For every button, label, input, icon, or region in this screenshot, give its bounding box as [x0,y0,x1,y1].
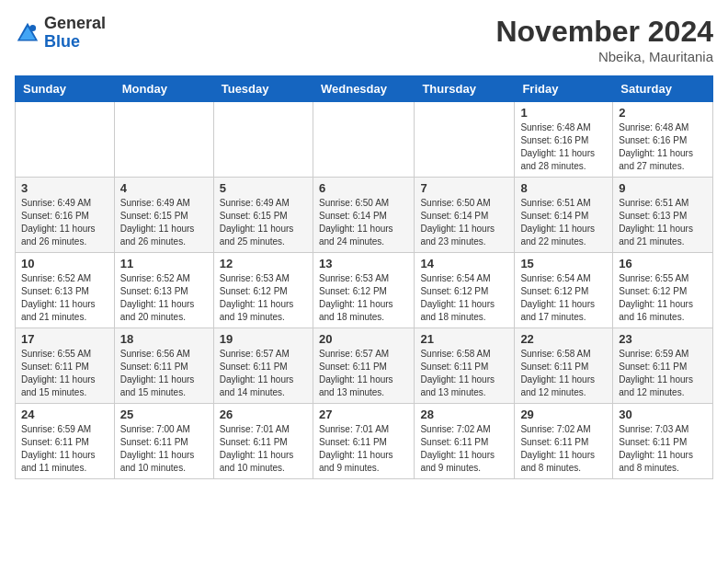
day-info: Sunrise: 7:00 AM Sunset: 6:11 PM Dayligh… [120,423,208,475]
day-number: 28 [420,408,508,421]
day-number: 19 [220,332,307,346]
calendar-cell: 22Sunrise: 6:58 AM Sunset: 6:11 PM Dayli… [515,328,613,404]
calendar-cell: 24Sunrise: 6:59 AM Sunset: 6:11 PM Dayli… [16,404,115,479]
calendar-cell: 29Sunrise: 7:02 AM Sunset: 6:11 PM Dayli… [515,404,613,479]
calendar-cell: 7Sunrise: 6:50 AM Sunset: 6:14 PM Daylig… [415,178,515,253]
calendar-cell [114,102,213,178]
day-number: 17 [21,332,108,346]
calendar-week-4: 17Sunrise: 6:55 AM Sunset: 6:11 PM Dayli… [16,328,713,404]
day-info: Sunrise: 7:01 AM Sunset: 6:11 PM Dayligh… [220,423,307,475]
day-info: Sunrise: 6:59 AM Sunset: 6:11 PM Dayligh… [619,348,707,399]
day-number: 18 [120,332,208,346]
day-number: 30 [619,408,707,421]
day-info: Sunrise: 7:01 AM Sunset: 6:11 PM Dayligh… [319,423,408,475]
day-info: Sunrise: 6:57 AM Sunset: 6:11 PM Dayligh… [319,348,408,399]
day-number: 9 [619,181,707,195]
title-area: November 2024 Nbeika, Mauritania [495,15,713,64]
day-info: Sunrise: 6:55 AM Sunset: 6:11 PM Dayligh… [21,348,108,399]
calendar-cell: 11Sunrise: 6:52 AM Sunset: 6:13 PM Dayli… [114,253,213,328]
day-header-wednesday: Wednesday [313,76,414,102]
day-info: Sunrise: 6:52 AM Sunset: 6:13 PM Dayligh… [120,272,208,324]
calendar-cell: 26Sunrise: 7:01 AM Sunset: 6:11 PM Dayli… [213,404,313,479]
day-info: Sunrise: 6:48 AM Sunset: 6:16 PM Dayligh… [520,121,607,173]
calendar-cell: 15Sunrise: 6:54 AM Sunset: 6:12 PM Dayli… [515,253,613,328]
calendar-cell: 9Sunrise: 6:51 AM Sunset: 6:13 PM Daylig… [613,178,713,253]
calendar-cell: 4Sunrise: 6:49 AM Sunset: 6:15 PM Daylig… [114,178,213,253]
day-number: 1 [520,106,607,120]
day-info: Sunrise: 6:49 AM Sunset: 6:15 PM Dayligh… [220,197,307,248]
day-info: Sunrise: 6:51 AM Sunset: 6:14 PM Dayligh… [520,197,607,248]
calendar-cell: 20Sunrise: 6:57 AM Sunset: 6:11 PM Dayli… [313,328,414,404]
day-info: Sunrise: 7:02 AM Sunset: 6:11 PM Dayligh… [520,423,607,475]
calendar-cell: 21Sunrise: 6:58 AM Sunset: 6:11 PM Dayli… [415,328,515,404]
calendar-cell: 14Sunrise: 6:54 AM Sunset: 6:12 PM Dayli… [415,253,515,328]
calendar-cell [415,102,515,178]
calendar-cell: 30Sunrise: 7:03 AM Sunset: 6:11 PM Dayli… [613,404,713,479]
day-info: Sunrise: 7:02 AM Sunset: 6:11 PM Dayligh… [420,423,508,475]
day-number: 14 [420,257,508,270]
day-info: Sunrise: 6:53 AM Sunset: 6:12 PM Dayligh… [220,272,307,324]
day-number: 13 [319,257,408,270]
svg-point-2 [29,25,36,31]
calendar-cell [16,102,115,178]
day-info: Sunrise: 6:51 AM Sunset: 6:13 PM Dayligh… [619,197,707,248]
day-number: 8 [520,181,607,195]
day-info: Sunrise: 6:56 AM Sunset: 6:11 PM Dayligh… [120,348,208,399]
day-number: 6 [319,181,408,195]
day-number: 29 [520,408,607,421]
logo: General Blue [15,15,106,52]
day-number: 2 [619,106,707,120]
calendar-cell: 3Sunrise: 6:49 AM Sunset: 6:16 PM Daylig… [16,178,115,253]
month-title: November 2024 [495,15,713,49]
day-number: 22 [520,332,607,346]
day-number: 3 [21,181,108,195]
calendar-header-row: SundayMondayTuesdayWednesdayThursdayFrid… [16,76,713,102]
day-number: 20 [319,332,408,346]
calendar-cell: 5Sunrise: 6:49 AM Sunset: 6:15 PM Daylig… [213,178,313,253]
day-number: 16 [619,257,707,270]
logo-general-text: General [44,15,106,33]
day-info: Sunrise: 6:58 AM Sunset: 6:11 PM Dayligh… [420,348,508,399]
day-number: 5 [220,181,307,195]
day-number: 11 [120,257,208,270]
day-header-monday: Monday [114,76,213,102]
calendar-cell: 19Sunrise: 6:57 AM Sunset: 6:11 PM Dayli… [213,328,313,404]
day-header-thursday: Thursday [415,76,515,102]
location: Nbeika, Mauritania [495,49,713,64]
day-number: 27 [319,408,408,421]
calendar-cell [213,102,313,178]
calendar-week-5: 24Sunrise: 6:59 AM Sunset: 6:11 PM Dayli… [16,404,713,479]
calendar-cell [313,102,414,178]
calendar-cell: 18Sunrise: 6:56 AM Sunset: 6:11 PM Dayli… [114,328,213,404]
day-info: Sunrise: 6:49 AM Sunset: 6:16 PM Dayligh… [21,197,108,248]
day-info: Sunrise: 6:50 AM Sunset: 6:14 PM Dayligh… [420,197,508,248]
day-info: Sunrise: 6:52 AM Sunset: 6:13 PM Dayligh… [21,272,108,324]
calendar-cell: 13Sunrise: 6:53 AM Sunset: 6:12 PM Dayli… [313,253,414,328]
page-header: General Blue November 2024 Nbeika, Mauri… [15,15,713,64]
day-number: 15 [520,257,607,270]
calendar-cell: 2Sunrise: 6:48 AM Sunset: 6:16 PM Daylig… [613,102,713,178]
calendar-cell: 12Sunrise: 6:53 AM Sunset: 6:12 PM Dayli… [213,253,313,328]
day-number: 21 [420,332,508,346]
calendar-week-3: 10Sunrise: 6:52 AM Sunset: 6:13 PM Dayli… [16,253,713,328]
day-number: 7 [420,181,508,195]
day-header-tuesday: Tuesday [213,76,313,102]
day-info: Sunrise: 6:48 AM Sunset: 6:16 PM Dayligh… [619,121,707,173]
day-number: 12 [220,257,307,270]
day-info: Sunrise: 6:49 AM Sunset: 6:15 PM Dayligh… [120,197,208,248]
calendar-cell: 6Sunrise: 6:50 AM Sunset: 6:14 PM Daylig… [313,178,414,253]
day-header-friday: Friday [515,76,613,102]
day-header-sunday: Sunday [16,76,115,102]
day-number: 26 [220,408,307,421]
calendar-cell: 28Sunrise: 7:02 AM Sunset: 6:11 PM Dayli… [415,404,515,479]
calendar-week-1: 1Sunrise: 6:48 AM Sunset: 6:16 PM Daylig… [16,102,713,178]
day-info: Sunrise: 6:53 AM Sunset: 6:12 PM Dayligh… [319,272,408,324]
day-number: 25 [120,408,208,421]
day-info: Sunrise: 6:50 AM Sunset: 6:14 PM Dayligh… [319,197,408,248]
day-number: 10 [21,257,108,270]
day-number: 24 [21,408,108,421]
calendar-cell: 8Sunrise: 6:51 AM Sunset: 6:14 PM Daylig… [515,178,613,253]
calendar-cell: 25Sunrise: 7:00 AM Sunset: 6:11 PM Dayli… [114,404,213,479]
day-info: Sunrise: 6:57 AM Sunset: 6:11 PM Dayligh… [220,348,307,399]
calendar-cell: 1Sunrise: 6:48 AM Sunset: 6:16 PM Daylig… [515,102,613,178]
